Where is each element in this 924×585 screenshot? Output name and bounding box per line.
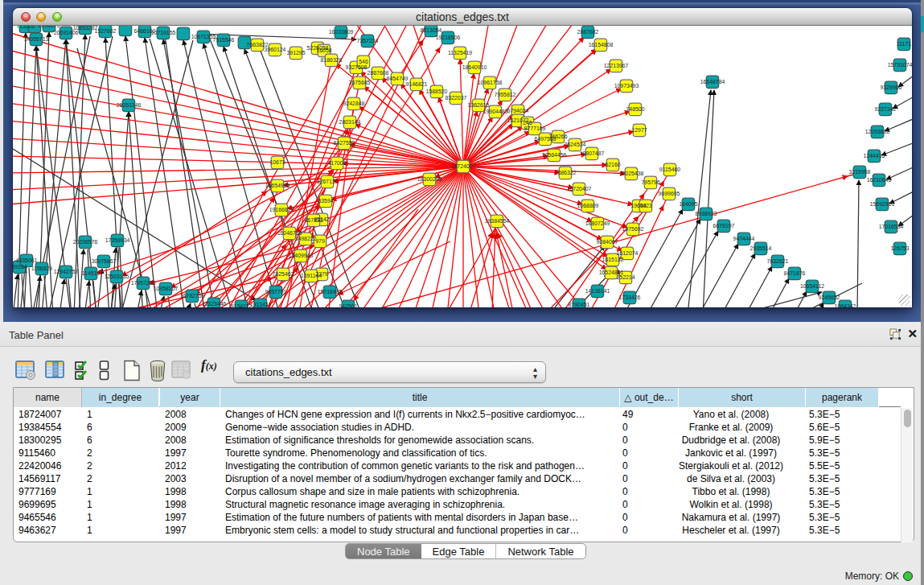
svg-text:1156829: 1156829 xyxy=(31,266,52,271)
svg-text:9857791: 9857791 xyxy=(265,289,287,295)
svg-text:16058: 16058 xyxy=(316,47,331,53)
svg-text:9474444: 9474444 xyxy=(733,236,755,241)
svg-text:2386322: 2386322 xyxy=(555,170,577,175)
svg-text:10973493: 10973493 xyxy=(614,83,639,89)
svg-text:9146821: 9146821 xyxy=(406,81,428,87)
svg-text:12503135: 12503135 xyxy=(105,274,129,279)
svg-text:17957253: 17957253 xyxy=(131,280,156,286)
svg-text:8813054: 8813054 xyxy=(421,27,442,33)
svg-text:8427552: 8427552 xyxy=(334,140,355,146)
svg-text:16154808: 16154808 xyxy=(589,42,614,47)
svg-text:20564456: 20564456 xyxy=(542,152,567,158)
svg-text:1691144: 1691144 xyxy=(301,273,322,278)
svg-text:9084067: 9084067 xyxy=(597,239,618,245)
svg-text:20206576: 20206576 xyxy=(73,239,98,245)
svg-text:6679197: 6679197 xyxy=(713,223,735,229)
svg-text:1527602: 1527602 xyxy=(95,28,117,34)
svg-text:245: 245 xyxy=(523,120,532,126)
svg-text:7955812: 7955812 xyxy=(495,92,516,97)
svg-text:19218506: 19218506 xyxy=(436,35,461,40)
svg-text:18640910: 18640910 xyxy=(462,64,487,70)
svg-text:7632621: 7632621 xyxy=(767,258,789,264)
svg-text:1975692: 1975692 xyxy=(622,226,644,232)
svg-text:18724007: 18724007 xyxy=(451,163,476,169)
svg-text:3267130: 3267130 xyxy=(317,179,339,184)
svg-text:11325419: 11325419 xyxy=(448,50,472,56)
svg-text:10958107: 10958107 xyxy=(154,286,179,291)
svg-text:10025438: 10025438 xyxy=(619,171,644,176)
svg-text:30975867: 30975867 xyxy=(92,258,117,264)
svg-text:748500: 748500 xyxy=(626,106,645,112)
svg-text:1068809: 1068809 xyxy=(577,203,599,208)
svg-text:10673: 10673 xyxy=(269,159,285,165)
svg-text:126753: 126753 xyxy=(891,245,910,251)
svg-text:7515546: 7515546 xyxy=(213,37,235,43)
svg-text:391295: 391295 xyxy=(287,50,306,56)
svg-text:12977: 12977 xyxy=(631,127,647,133)
svg-text:8471876: 8471876 xyxy=(784,270,806,276)
svg-text:15716485: 15716485 xyxy=(318,289,343,295)
svg-text:16409948: 16409948 xyxy=(289,253,314,258)
svg-text:4923: 4923 xyxy=(639,203,651,208)
svg-text:15692901: 15692901 xyxy=(870,201,895,207)
svg-text:9242848: 9242848 xyxy=(343,101,365,106)
svg-text:9245652: 9245652 xyxy=(819,295,840,300)
svg-text:18300295: 18300295 xyxy=(417,176,442,182)
svg-text:16033809: 16033809 xyxy=(329,29,354,35)
svg-text:1913411: 1913411 xyxy=(250,302,271,307)
svg-text:867833: 867833 xyxy=(305,217,323,223)
svg-text:7625402: 7625402 xyxy=(273,271,294,277)
svg-text:10961758: 10961758 xyxy=(478,80,503,85)
svg-text:9329966: 9329966 xyxy=(881,84,902,90)
svg-text:12213967: 12213967 xyxy=(604,63,629,68)
svg-text:10654112: 10654112 xyxy=(800,283,824,289)
svg-text:19654985: 19654985 xyxy=(265,183,290,188)
svg-text:20691406: 20691406 xyxy=(54,30,79,35)
svg-text:17016534: 17016534 xyxy=(879,224,904,229)
svg-text:16046786: 16046786 xyxy=(277,230,302,236)
svg-text:8938923: 8938923 xyxy=(696,211,717,216)
svg-text:26053346: 26053346 xyxy=(117,102,142,108)
svg-text:10807487: 10807487 xyxy=(580,150,605,156)
svg-text:15720407: 15720407 xyxy=(567,186,592,192)
svg-text:4335061: 4335061 xyxy=(16,257,38,263)
svg-text:417006: 417006 xyxy=(328,160,347,166)
svg-text:746266: 746266 xyxy=(549,134,568,139)
svg-text:9134112: 9134112 xyxy=(231,303,252,307)
svg-text:1064342: 1064342 xyxy=(835,303,856,307)
svg-text:164095: 164095 xyxy=(680,201,698,207)
svg-text:3960124: 3960124 xyxy=(265,47,286,52)
svg-text:3498222: 3498222 xyxy=(295,236,317,241)
svg-text:546: 546 xyxy=(359,59,368,64)
svg-text:252214: 252214 xyxy=(617,274,635,280)
svg-text:2803144: 2803144 xyxy=(339,119,361,125)
svg-text:3215958: 3215958 xyxy=(849,169,871,175)
svg-text:9777169: 9777169 xyxy=(524,126,546,131)
svg-text:2867608: 2867608 xyxy=(368,70,389,76)
svg-text:17359934: 17359934 xyxy=(105,237,130,243)
svg-text:39154: 39154 xyxy=(13,264,27,270)
svg-text:8186328: 8186328 xyxy=(321,57,343,63)
svg-text:979: 979 xyxy=(315,238,325,244)
svg-text:9699695: 9699695 xyxy=(659,191,680,196)
svg-text:1615132: 1615132 xyxy=(602,257,624,262)
svg-text:11171: 11171 xyxy=(897,41,911,47)
svg-text:10719155: 10719155 xyxy=(151,30,176,35)
svg-text:6794024: 6794024 xyxy=(507,108,529,113)
svg-text:19166827: 19166827 xyxy=(269,207,294,212)
svg-text:2935514: 2935514 xyxy=(750,245,772,251)
svg-text:713306: 713306 xyxy=(17,26,35,29)
svg-text:62160: 62160 xyxy=(605,162,620,167)
svg-text:795796: 795796 xyxy=(642,179,660,185)
svg-text:2887682: 2887682 xyxy=(577,29,599,35)
svg-text:8454749: 8454749 xyxy=(387,76,409,81)
svg-text:942501: 942501 xyxy=(339,303,358,307)
svg-text:12323446: 12323446 xyxy=(202,301,227,307)
svg-text:1612074: 1612074 xyxy=(617,250,639,256)
svg-text:16782759: 16782759 xyxy=(180,293,205,299)
svg-text:16210643: 16210643 xyxy=(867,177,892,183)
svg-text:1244415: 1244415 xyxy=(864,153,885,159)
svg-text:1588520: 1588520 xyxy=(426,89,448,94)
svg-text:9227342: 9227342 xyxy=(875,106,897,112)
svg-text:16648784: 16648784 xyxy=(700,79,725,84)
